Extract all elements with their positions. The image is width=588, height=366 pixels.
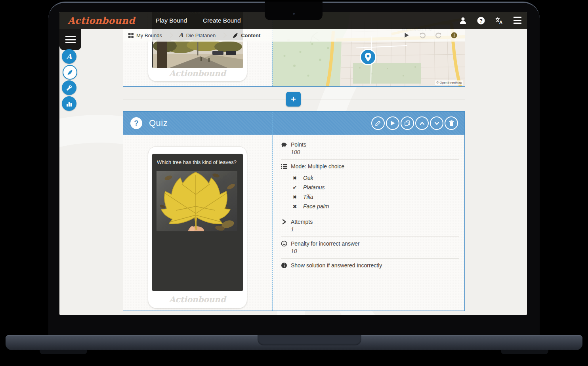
redo-icon[interactable]: [435, 32, 442, 39]
solution-row: Show solution if answered incorrectly: [281, 259, 459, 273]
quiz-element-card: ? Quiz: [123, 111, 465, 311]
points-row: Points 100: [281, 138, 459, 160]
answer-options: ✖ Oak ✔ Platanus ✖ Tilia ✖: [292, 175, 459, 210]
map-attribution[interactable]: © OpenStreetMap: [435, 80, 463, 85]
correct-answer-icon: ✔: [292, 185, 298, 191]
app-screen: ein beliebter Alleebaum.: [59, 12, 527, 315]
actionbound-watermark: Actionbound: [148, 295, 247, 304]
sidebar-toggle[interactable]: [59, 29, 81, 50]
edit-button[interactable]: [371, 116, 385, 130]
quiz-details: Points 100 Mode: Multiple choice ✖: [281, 138, 459, 273]
grid-icon: [128, 33, 134, 38]
breadcrumb-bound-name[interactable]: A Die Platanen: [173, 29, 221, 42]
move-down-button[interactable]: [430, 116, 443, 130]
move-up-button[interactable]: [415, 116, 429, 130]
undo-icon[interactable]: [419, 32, 426, 39]
attempts-label: Attempts: [291, 219, 313, 225]
quiz-title: Quiz: [149, 118, 168, 128]
points-value: 100: [291, 149, 459, 155]
actionbound-logo[interactable]: Actionbound: [68, 15, 135, 26]
duplicate-button[interactable]: [401, 116, 414, 130]
breadcrumb: My Bounds A Die Platanen Content: [123, 29, 465, 42]
wrench-icon: [66, 85, 73, 91]
wrong-answer-icon: ✖: [292, 194, 298, 200]
sidebar-bound-button[interactable]: A: [62, 49, 76, 64]
quiz-card-header: ? Quiz: [123, 112, 464, 135]
info-icon: [281, 262, 287, 269]
piggybank-icon: [281, 141, 287, 148]
svg-text:A: A: [499, 20, 502, 24]
card-split-divider: [272, 112, 273, 311]
penalty-value: 10: [291, 248, 459, 254]
bar-chart-icon: [66, 101, 72, 107]
breadcrumb-tools: [403, 29, 458, 42]
hamburger-menu-icon[interactable]: [514, 17, 521, 25]
mode-row: Mode: Multiple choice ✖ Oak ✔ Platanus ✖: [281, 160, 459, 215]
laptop-foot: [501, 350, 548, 354]
navbar-icons: ? A: [459, 12, 521, 29]
quiz-question-text: Which tree has this kind of leaves?: [157, 159, 239, 165]
translate-icon[interactable]: A: [495, 17, 503, 25]
solution-label: Show solution if answered incorrectly: [291, 262, 382, 269]
breadcrumb-separator: [221, 32, 227, 38]
breadcrumb-my-bounds[interactable]: My Bounds: [123, 29, 168, 42]
sidebar-content-button[interactable]: [63, 65, 77, 80]
add-element-button[interactable]: +: [286, 92, 301, 107]
laptop-grip-notch: [258, 335, 361, 345]
attempts-value: 1: [291, 226, 459, 233]
breadcrumb-content[interactable]: Content: [227, 29, 266, 42]
menu-play-bound[interactable]: Play Bound: [156, 17, 187, 24]
menu-create-bound[interactable]: Create Bound: [203, 17, 241, 24]
add-element-row: +: [123, 93, 465, 105]
quiz-toolbar: [371, 116, 458, 130]
help-icon[interactable]: ?: [477, 17, 485, 25]
laptop-mockup: ein beliebter Alleebaum.: [0, 0, 588, 366]
street-photo: [153, 40, 243, 68]
feather-icon: [232, 32, 238, 38]
leaf-photo: [157, 171, 237, 231]
sidebar-statistics-button[interactable]: [62, 96, 76, 111]
svg-text:?: ?: [479, 17, 483, 23]
actionbound-watermark: Actionbound: [148, 69, 247, 78]
actionbound-a-icon: A: [67, 53, 72, 60]
laptop-base: [6, 335, 582, 350]
actionbound-a-icon: A: [179, 32, 183, 38]
attempts-row: Attempts 1: [281, 215, 459, 237]
chevron-right-icon: [281, 219, 287, 225]
answer-option: ✔ Platanus: [292, 184, 459, 191]
hamburger-icon: [65, 34, 76, 45]
map-pin[interactable]: [359, 48, 377, 66]
breadcrumb-separator: [168, 32, 173, 38]
preview-play-button[interactable]: [386, 116, 399, 130]
camera-dot: [293, 13, 295, 15]
user-icon[interactable]: [459, 17, 467, 25]
answer-option: ✖ Oak: [292, 175, 459, 181]
laptop-foot: [40, 350, 87, 354]
delete-button[interactable]: [445, 116, 458, 130]
warning-info-icon[interactable]: [451, 32, 458, 39]
mode-label: Mode: Multiple choice: [291, 163, 344, 170]
points-label: Points: [291, 141, 306, 148]
answer-option: ✖ Tilia: [292, 194, 459, 200]
feather-icon: [67, 69, 73, 75]
wrong-answer-icon: ✖: [292, 204, 298, 210]
main-menu: Play Bound Create Bound: [156, 17, 241, 24]
sidebar-settings-button[interactable]: [62, 80, 76, 95]
frown-face-icon: [281, 240, 287, 247]
penalty-label: Penalty for incorrect answer: [291, 240, 360, 247]
penalty-row: Penalty for incorrect answer 10: [281, 237, 459, 259]
phone-preview: Which tree has this kind of leaves?: [148, 146, 247, 309]
quiz-type-icon: ?: [130, 117, 142, 129]
camera-notch: [265, 2, 323, 20]
phone-screen: Which tree has this kind of leaves?: [152, 154, 243, 291]
list-icon: [281, 163, 287, 170]
wrong-answer-icon: ✖: [292, 175, 298, 181]
answer-option: ✖ Face palm: [292, 203, 459, 210]
play-bound-icon[interactable]: [403, 32, 410, 39]
